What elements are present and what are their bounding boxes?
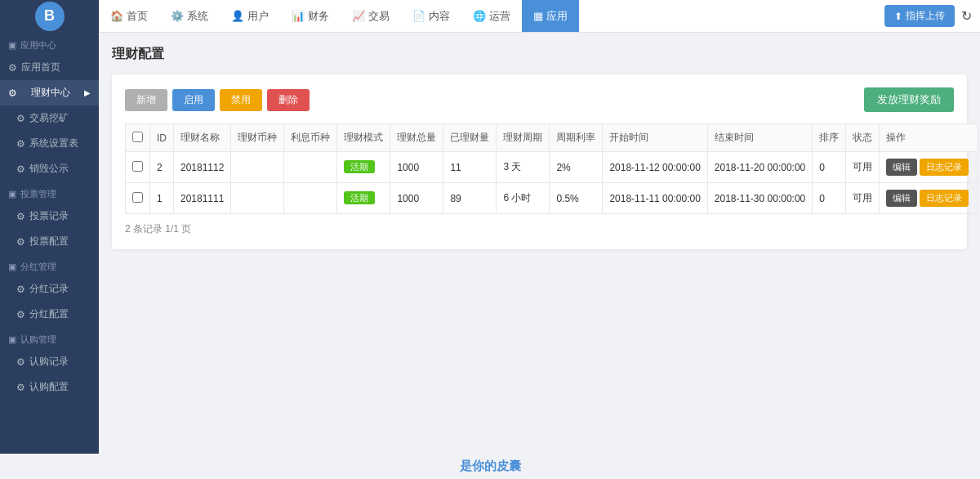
sidebar-item-销毁公示[interactable]: ⚙销毁公示	[0, 156, 99, 181]
page-title: 理财配置	[112, 46, 967, 63]
log-btn-0[interactable]: 日志记录	[920, 159, 969, 176]
sidebar-item-认购记录[interactable]: ⚙认购记录	[0, 349, 99, 374]
issue-button[interactable]: 发放理财奖励	[864, 87, 954, 112]
content-area: 理财配置 新增 启用 禁用 删除 发放理财奖励 ID理财名称理财币种利息币种理财…	[99, 33, 980, 454]
col-header-10: 开始时间	[603, 124, 707, 152]
sidebar-item-投票记录[interactable]: ⚙投票记录	[0, 204, 99, 229]
cell-0-2: 20181112	[174, 152, 231, 183]
nav-icon: 🌐	[473, 10, 486, 22]
cell-1-5: 活期	[337, 183, 390, 214]
edit-btn-1[interactable]: 编辑	[886, 190, 917, 207]
col-header-7: 已理财量	[443, 124, 497, 152]
row-checkbox-1[interactable]	[132, 192, 143, 203]
main-layout: ▣应用中心⚙应用首页⚙理财中心▶⚙交易挖矿⚙系统设置表⚙销毁公示▣投票管理⚙投票…	[0, 33, 980, 454]
col-header-14: 操作	[880, 124, 978, 152]
cell-0-3	[231, 152, 284, 183]
cell-0-9: 2%	[550, 152, 603, 183]
cell-1-11: 2018-11-30 00:00:00	[707, 183, 812, 214]
nav-item-系统[interactable]: ⚙️系统	[159, 0, 220, 32]
cell-0-11: 2018-11-20 00:00:00	[707, 152, 812, 183]
nav-item-交易[interactable]: 📈交易	[341, 0, 401, 32]
nav-icon: ⚙️	[171, 10, 184, 22]
watermark: 是你的皮囊	[0, 454, 980, 479]
toolbar-left: 新增 启用 禁用 删除	[125, 89, 310, 111]
cell-0-4	[284, 152, 337, 183]
refresh-button[interactable]: ↻	[961, 8, 972, 24]
cell-1-3	[231, 183, 284, 214]
col-header-4: 利息币种	[284, 124, 337, 152]
col-header-12: 排序	[813, 124, 846, 152]
col-header-5: 理财模式	[337, 124, 390, 152]
sidebar-item-认购配置[interactable]: ⚙认购配置	[0, 374, 99, 400]
cell-0-0[interactable]	[126, 152, 150, 183]
cell-1-0[interactable]	[126, 183, 150, 214]
logo-icon: B	[35, 2, 65, 31]
toolbar: 新增 启用 禁用 删除 发放理财奖励	[125, 87, 954, 112]
upload-button[interactable]: ⬆ 指挥上传	[884, 5, 955, 27]
col-header-0[interactable]	[126, 124, 150, 152]
nav-icon: 🏠	[110, 10, 123, 22]
upload-icon: ⬆	[894, 11, 902, 22]
cell-1-14[interactable]: 编辑日志记录	[880, 183, 978, 214]
col-header-9: 周期利率	[550, 124, 603, 152]
nav-item-运营[interactable]: 🌐运营	[461, 0, 522, 32]
enable-button[interactable]: 启用	[172, 89, 215, 111]
disable-button[interactable]: 禁用	[220, 89, 262, 111]
nav-item-应用[interactable]: ▦应用	[522, 0, 579, 32]
col-header-1: ID	[150, 124, 174, 152]
delete-button[interactable]: 删除	[267, 89, 310, 111]
sidebar-item-系统设置表[interactable]: ⚙系统设置表	[0, 131, 99, 156]
nav-icon: ▦	[533, 10, 543, 22]
cell-1-8: 6 小时	[497, 183, 550, 214]
table-row: 120181111活期1000896 小时0.5%2018-11-11 00:0…	[126, 183, 978, 214]
cell-0-7: 11	[443, 152, 497, 183]
mode-tag: 活期	[344, 191, 375, 204]
cell-1-13: 可用	[846, 183, 880, 214]
col-header-8: 理财周期	[497, 124, 550, 152]
col-header-13: 状态	[846, 124, 880, 152]
nav-icon: 📄	[412, 10, 425, 22]
sidebar-item-理财中心[interactable]: ⚙理财中心▶	[0, 80, 99, 105]
nav-icon: 👤	[231, 10, 244, 22]
cell-1-1: 1	[150, 183, 174, 214]
cell-0-13: 可用	[846, 152, 880, 183]
cell-0-6: 1000	[390, 152, 443, 183]
cell-0-1: 2	[150, 152, 174, 183]
col-header-3: 理财币种	[231, 124, 284, 152]
nav-item-用户[interactable]: 👤用户	[220, 0, 280, 32]
nav-item-首页[interactable]: 🏠首页	[99, 0, 159, 32]
mode-tag: 活期	[344, 160, 375, 173]
nav-item-财务[interactable]: 📊财务	[280, 0, 341, 32]
cell-1-7: 89	[443, 183, 497, 214]
cell-0-12: 0	[813, 152, 846, 183]
select-all-checkbox[interactable]	[132, 132, 143, 142]
sidebar-item-分红记录[interactable]: ⚙分红记录	[0, 276, 99, 302]
nav-item-内容[interactable]: 📄内容	[401, 0, 461, 32]
new-button[interactable]: 新增	[125, 89, 167, 111]
row-checkbox-0[interactable]	[132, 161, 143, 172]
sidebar-item-分红配置[interactable]: ⚙分红配置	[0, 302, 99, 327]
nav-icon: 📈	[352, 10, 365, 22]
top-right: ⬆ 指挥上传 ↻	[884, 5, 980, 27]
sidebar-section-分红管理: ▣分红管理	[0, 254, 99, 276]
data-table: ID理财名称理财币种利息币种理财模式理财总量已理财量理财周期周期利率开始时间结束…	[125, 123, 978, 214]
cell-0-10: 2018-11-12 00:00:00	[603, 152, 707, 183]
sidebar-item-交易挖矿[interactable]: ⚙交易挖矿	[0, 105, 99, 131]
logo-area: B	[0, 0, 99, 33]
sidebar-section-投票管理: ▣投票管理	[0, 181, 99, 204]
log-btn-1[interactable]: 日志记录	[920, 190, 969, 207]
nav-icon: 📊	[292, 10, 305, 22]
sidebar: ▣应用中心⚙应用首页⚙理财中心▶⚙交易挖矿⚙系统设置表⚙销毁公示▣投票管理⚙投票…	[0, 33, 99, 454]
cell-1-4	[284, 183, 337, 214]
cell-1-12: 0	[813, 183, 846, 214]
col-header-6: 理财总量	[390, 124, 443, 152]
edit-btn-0[interactable]: 编辑	[886, 159, 917, 176]
cell-0-14[interactable]: 编辑日志记录	[880, 152, 978, 183]
top-nav: B 🏠首页⚙️系统👤用户📊财务📈交易📄内容🌐运营▦应用 ⬆ 指挥上传 ↻	[0, 0, 980, 33]
sidebar-section-应用中心: ▣应用中心	[0, 33, 99, 55]
cell-0-8: 3 天	[497, 152, 550, 183]
toolbar-right: 发放理财奖励	[864, 87, 954, 112]
sidebar-item-投票配置[interactable]: ⚙投票配置	[0, 229, 99, 254]
table-row: 220181112活期1000113 天2%2018-11-12 00:00:0…	[126, 152, 978, 183]
sidebar-item-应用首页[interactable]: ⚙应用首页	[0, 55, 99, 80]
